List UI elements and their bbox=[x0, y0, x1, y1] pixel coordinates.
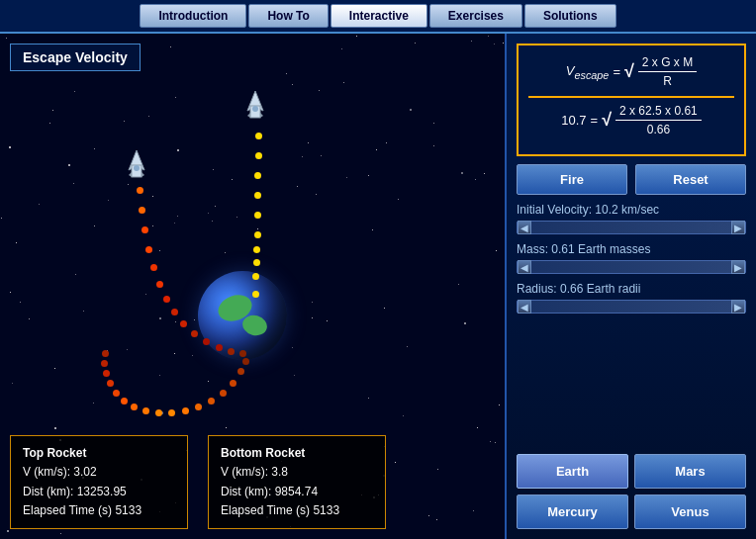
star bbox=[74, 91, 75, 92]
rocket-bottom bbox=[127, 150, 146, 185]
simulation-area: Escape Velocity Top Rocket V (km/s): 3.0… bbox=[0, 34, 505, 539]
star bbox=[94, 148, 95, 149]
star bbox=[257, 228, 258, 229]
star bbox=[208, 381, 209, 382]
star bbox=[473, 510, 474, 511]
star bbox=[294, 375, 295, 376]
orange-trail-dot bbox=[163, 296, 170, 303]
star bbox=[376, 149, 377, 150]
planet-selection: Earth Mars Mercury Venus bbox=[517, 454, 746, 529]
star bbox=[302, 156, 303, 157]
rocket-top bbox=[245, 91, 265, 126]
mass-right-arrow[interactable]: ▶ bbox=[731, 260, 745, 274]
star bbox=[395, 462, 396, 463]
star bbox=[292, 84, 293, 85]
sqrt-symbol1: √ bbox=[624, 61, 634, 82]
formula-denominator1: R bbox=[659, 72, 676, 88]
star bbox=[292, 347, 293, 348]
radius-slider[interactable]: ◀ ▶ bbox=[517, 300, 746, 314]
star bbox=[108, 200, 109, 201]
radius-fill bbox=[531, 301, 731, 313]
star bbox=[68, 164, 70, 166]
orange-trail-dot bbox=[230, 380, 236, 387]
info-box-top-rocket: Top Rocket V (km/s): 3.02 Dist (km): 132… bbox=[10, 435, 188, 529]
star bbox=[343, 82, 344, 83]
orange-trail-dot bbox=[137, 187, 143, 194]
star bbox=[496, 250, 497, 251]
initial-velocity-label: Initial Velocity: 10.2 km/sec bbox=[517, 203, 746, 217]
tab-interactive[interactable]: Interactive bbox=[331, 4, 427, 28]
star bbox=[170, 46, 171, 47]
star bbox=[386, 142, 387, 143]
mass-slider[interactable]: ◀ ▶ bbox=[517, 260, 746, 274]
star bbox=[433, 145, 434, 146]
tab-how-to[interactable]: How To bbox=[248, 4, 328, 28]
star bbox=[475, 179, 476, 180]
reset-button[interactable]: Reset bbox=[635, 164, 746, 195]
orange-trail-dot bbox=[145, 246, 152, 253]
formula-equals2: = bbox=[591, 113, 599, 128]
spacer bbox=[517, 321, 746, 442]
star bbox=[341, 48, 342, 49]
main-area: Escape Velocity Top Rocket V (km/s): 3.0… bbox=[0, 34, 756, 539]
star bbox=[407, 346, 408, 347]
top-rocket-title: Top Rocket bbox=[23, 444, 175, 463]
formula-numerator1: 2 x G x M bbox=[638, 55, 697, 72]
yellow-trail-dot bbox=[254, 212, 261, 219]
orange-trail-dot bbox=[182, 407, 189, 414]
star bbox=[477, 427, 478, 428]
orange-trail-dot bbox=[150, 264, 157, 271]
slider-right-arrow[interactable]: ▶ bbox=[731, 221, 745, 234]
star bbox=[436, 519, 437, 520]
formula-fraction2: 2 x 62.5 x 0.61 0.66 bbox=[615, 104, 702, 136]
orange-trail-dot bbox=[139, 207, 145, 214]
star bbox=[464, 322, 466, 324]
orange-trail-dot bbox=[102, 350, 109, 357]
radius-right-arrow[interactable]: ▶ bbox=[731, 300, 745, 314]
mercury-button[interactable]: Mercury bbox=[517, 494, 628, 529]
orange-trail-dot bbox=[156, 281, 163, 288]
earth-button[interactable]: Earth bbox=[517, 454, 628, 489]
tab-introduction[interactable]: Introduction bbox=[140, 4, 246, 28]
yellow-trail-dot bbox=[253, 246, 260, 253]
orange-trail-dot bbox=[142, 226, 148, 233]
star bbox=[10, 292, 11, 293]
initial-velocity-slider[interactable]: ◀ ▶ bbox=[517, 221, 746, 234]
star bbox=[321, 155, 322, 156]
star bbox=[94, 225, 95, 226]
venus-button[interactable]: Venus bbox=[634, 494, 746, 529]
yellow-trail-dot bbox=[255, 133, 262, 139]
star bbox=[490, 441, 491, 442]
star bbox=[174, 353, 175, 354]
star bbox=[372, 229, 373, 230]
info-box-bottom-rocket: Bottom Rocket V (km/s): 3.8 Dist (km): 9… bbox=[208, 435, 386, 529]
orange-trail-dot bbox=[216, 344, 223, 351]
simulation-title: Escape Velocity bbox=[10, 44, 141, 71]
formula-box: Vescape = √ 2 x G x M R 10.7 = √ 2 x 62.… bbox=[517, 44, 746, 156]
mars-button[interactable]: Mars bbox=[634, 454, 746, 489]
star bbox=[159, 375, 160, 376]
star bbox=[175, 97, 176, 98]
orange-trail-dot bbox=[101, 360, 108, 367]
fire-button[interactable]: Fire bbox=[517, 164, 627, 195]
star bbox=[225, 252, 226, 253]
mass-left-arrow[interactable]: ◀ bbox=[518, 260, 531, 274]
navigation-bar: Introduction How To Interactive Exercise… bbox=[0, 0, 756, 34]
star bbox=[232, 179, 233, 180]
star bbox=[52, 110, 53, 111]
star bbox=[415, 43, 416, 44]
star bbox=[319, 90, 320, 91]
star bbox=[194, 319, 195, 320]
star bbox=[297, 186, 298, 187]
star bbox=[6, 38, 7, 39]
slider-left-arrow[interactable]: ◀ bbox=[518, 221, 531, 234]
star bbox=[494, 44, 495, 45]
radius-left-arrow[interactable]: ◀ bbox=[518, 300, 531, 314]
star bbox=[312, 302, 313, 303]
tab-exercises[interactable]: Exercises bbox=[429, 4, 522, 28]
star bbox=[29, 318, 30, 319]
formula-fraction1: 2 x G x M R bbox=[638, 55, 697, 88]
star bbox=[488, 36, 489, 37]
tab-solutions[interactable]: Solutions bbox=[524, 4, 616, 28]
star bbox=[127, 349, 128, 350]
